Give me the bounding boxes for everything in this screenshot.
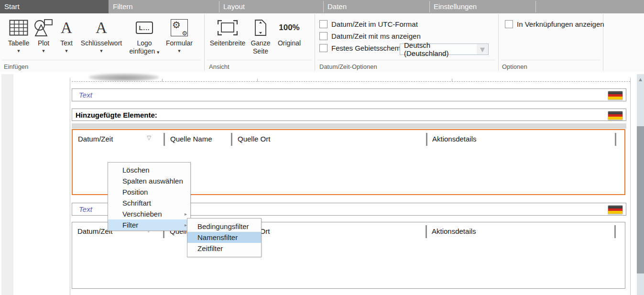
logo-einfuegen-button[interactable]: L... Logo einfügen ▼ bbox=[126, 16, 163, 60]
column-separator bbox=[426, 225, 427, 238]
column-filter-arrow-icon[interactable]: ▽ bbox=[147, 134, 151, 141]
menu-item-filter[interactable]: Filter ▸ bbox=[108, 219, 190, 230]
ms-anzeigen-checkbox-row[interactable]: Datum/Zeit mit ms anzeigen bbox=[319, 32, 421, 40]
submenu-item-bedingungsfilter[interactable]: Bedingungsfilter bbox=[187, 221, 261, 232]
tab-divider bbox=[219, 1, 219, 12]
log-table-2[interactable]: Datum/Zeit ▽ Quelle Name Quelle Ort Akti… bbox=[72, 222, 625, 289]
verknuepfungen-checkbox-row[interactable]: In Verknüpfungen anzeigen bbox=[505, 20, 604, 28]
scroll-up-arrow-icon[interactable]: ▲ bbox=[637, 77, 644, 82]
logo-einfuegen-label: Logo einfügen ▼ bbox=[127, 39, 162, 57]
context-menu: Löschen Spalten auswählen Position Schri… bbox=[108, 162, 191, 231]
seitenbreite-button[interactable]: Seitenbreite bbox=[209, 16, 246, 60]
column-separator bbox=[231, 133, 232, 146]
german-flag-icon bbox=[608, 111, 623, 120]
tab-filtern[interactable]: Filtern bbox=[109, 0, 219, 13]
ganze-seite-label: Ganze Seite bbox=[249, 39, 272, 55]
menu-item-verschieben[interactable]: Verschieben ▸ bbox=[108, 208, 190, 219]
checkbox-label: Datum/Zeit mit ms anzeigen bbox=[331, 32, 421, 40]
schluesselwort-button[interactable]: A Schlüsselwort ▼ bbox=[78, 16, 125, 60]
tab-einstellungen[interactable]: Einstellungen bbox=[429, 0, 535, 13]
vertical-scrollbar[interactable]: ▲ bbox=[637, 74, 644, 295]
heading-text: Hinzugefügte Elemente: bbox=[72, 111, 157, 119]
menu-item-spalten-auswaehlen[interactable]: Spalten auswählen bbox=[108, 175, 190, 186]
original-label: Original bbox=[278, 39, 301, 47]
column-tick bbox=[162, 79, 163, 82]
plot-label: Plot bbox=[38, 39, 49, 47]
text-label: Text bbox=[60, 39, 73, 47]
group-divider bbox=[498, 14, 499, 71]
tab-divider bbox=[323, 1, 324, 12]
zoom-100-icon: 100% bbox=[279, 16, 299, 39]
checkbox-label: In Verknüpfungen anzeigen bbox=[517, 20, 604, 28]
tabelle-button[interactable]: Tabelle ▼ bbox=[6, 16, 32, 60]
tabelle-label: Tabelle bbox=[8, 39, 29, 47]
filter-submenu: Bedingungsfilter Namensfilter Zeitfilter bbox=[187, 218, 262, 257]
column-tick bbox=[257, 79, 258, 82]
group-label-datumzeit: Datum/Zeit-Optionen bbox=[319, 63, 377, 70]
menu-item-position[interactable]: Position bbox=[108, 186, 190, 197]
document-area: Text Hinzugefügte Elemente: Datum/Zeit ▽… bbox=[0, 72, 644, 295]
group-label-line bbox=[501, 60, 600, 60]
tab-divider bbox=[535, 1, 536, 12]
group-divider bbox=[204, 14, 205, 71]
ganze-seite-button[interactable]: Ganze Seite bbox=[249, 16, 273, 60]
dropdown-arrow-icon: ▼ bbox=[157, 51, 159, 55]
gears-icon: ⚙ ⚙ bbox=[171, 16, 188, 39]
original-zoom-button[interactable]: 100% Original bbox=[274, 16, 305, 60]
tab-daten[interactable]: Daten bbox=[323, 0, 429, 13]
column-separator bbox=[614, 225, 616, 238]
ribbon-tab-bar: Start Filtern Layout Daten Einstellungen bbox=[0, 0, 644, 13]
checkbox-label: Festes Gebietsschema bbox=[331, 44, 404, 52]
table-icon bbox=[9, 16, 28, 39]
tab-layout[interactable]: Layout bbox=[219, 0, 323, 13]
plot-button[interactable]: Plot ▼ bbox=[33, 16, 55, 60]
menu-item-loeschen[interactable]: Löschen bbox=[108, 164, 190, 175]
seitenbreite-label: Seitenbreite bbox=[210, 39, 246, 47]
column-separator bbox=[426, 133, 427, 146]
added-elements-heading[interactable]: Hinzugefügte Elemente: bbox=[72, 109, 626, 121]
checkbox[interactable] bbox=[319, 44, 327, 52]
group-label-ansicht: Ansicht bbox=[209, 63, 229, 70]
dashed-element-border bbox=[72, 81, 630, 82]
schluesselwort-label: Schlüsselwort bbox=[81, 39, 122, 47]
text-element-placeholder: Text bbox=[72, 205, 92, 213]
tab-start[interactable]: Start bbox=[0, 0, 109, 13]
german-flag-icon bbox=[608, 91, 623, 100]
dropdown-arrow-icon: ▼ bbox=[178, 49, 180, 53]
scrollbar-thumb[interactable] bbox=[637, 126, 644, 273]
locale-dropdown[interactable]: Deutsch (Deutschland) ▼ bbox=[400, 44, 489, 55]
column-header-quelle-name: Quelle Name bbox=[170, 135, 212, 143]
dropdown-arrow-icon: ▼ bbox=[100, 49, 102, 53]
submenu-item-namensfilter[interactable]: Namensfilter bbox=[187, 232, 261, 243]
checkbox[interactable] bbox=[319, 20, 327, 28]
formular-label: Formular bbox=[166, 39, 193, 47]
dropdown-arrow-icon: ▼ bbox=[17, 49, 20, 53]
dropdown-arrow-icon: ▼ bbox=[42, 49, 44, 53]
column-header-datum-zeit: Datum/Zeit bbox=[78, 135, 113, 143]
page-right-border bbox=[630, 77, 631, 295]
text-element-1[interactable]: Text bbox=[72, 88, 626, 101]
column-header-aktionsdetails: Aktionsdetails bbox=[432, 227, 476, 235]
column-header-quelle-ort: Quelle Ort bbox=[238, 135, 270, 143]
partial-element-remnant bbox=[89, 74, 159, 81]
group-label-optionen: Optionen bbox=[502, 63, 527, 70]
page-left-border bbox=[70, 77, 70, 295]
checkbox[interactable] bbox=[319, 32, 327, 40]
menu-item-schriftart[interactable]: Schriftart bbox=[108, 197, 190, 208]
page-width-icon bbox=[218, 16, 238, 39]
utc-format-checkbox-row[interactable]: Datum/Zeit im UTC-Format bbox=[319, 20, 418, 28]
group-divider bbox=[315, 14, 315, 71]
full-page-icon bbox=[254, 16, 267, 39]
submenu-item-zeitfilter[interactable]: Zeitfilter bbox=[187, 243, 261, 254]
text-button[interactable]: A Text ▼ bbox=[56, 16, 77, 60]
column-separator bbox=[615, 133, 616, 146]
column-separator bbox=[164, 133, 165, 146]
column-header-aktionsdetails: Aktionsdetails bbox=[432, 135, 477, 143]
gebietsschema-checkbox-row[interactable]: Festes Gebietsschema bbox=[319, 44, 404, 52]
tab-divider bbox=[429, 1, 430, 12]
keyword-letter-icon: A bbox=[96, 16, 107, 39]
ribbon: Einfügen Ansicht Datum/Zeit-Optionen Opt… bbox=[0, 13, 644, 73]
combo-arrow-icon[interactable]: ▼ bbox=[477, 44, 488, 55]
checkbox[interactable] bbox=[505, 20, 513, 28]
formular-button[interactable]: ⚙ ⚙ Formular ▼ bbox=[164, 16, 195, 60]
